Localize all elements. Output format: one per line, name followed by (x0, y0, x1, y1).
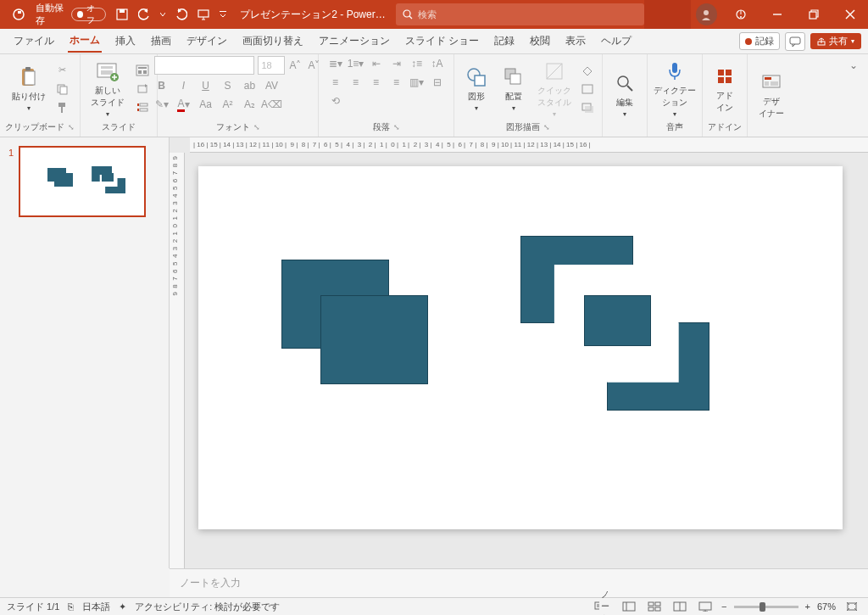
smartart-icon[interactable]: ⟲ (328, 93, 343, 109)
strike-icon[interactable]: S (220, 78, 236, 93)
addin-button[interactable]: アド イン (708, 63, 742, 115)
save-icon[interactable] (111, 0, 133, 29)
present-icon[interactable] (192, 0, 214, 29)
zoom-out-icon[interactable]: − (721, 601, 726, 612)
section-icon[interactable] (133, 99, 152, 116)
slide-thumbnail-1[interactable] (19, 146, 146, 217)
format-painter-icon[interactable] (53, 99, 71, 116)
tab-transitions[interactable]: 画面切り替え (241, 31, 305, 52)
underline-icon[interactable]: U (198, 78, 214, 93)
window-restore-icon[interactable] (795, 0, 832, 29)
sorter-view-icon[interactable] (645, 599, 664, 614)
zoom-level[interactable]: 67% (817, 601, 836, 612)
edit-button[interactable]: 編集▾ (608, 70, 642, 120)
shape-outline-icon[interactable] (578, 81, 597, 98)
shape-rect-front[interactable] (320, 295, 428, 384)
svg-rect-51 (718, 77, 724, 83)
slide-canvas[interactable] (198, 166, 843, 529)
tab-view[interactable]: 表示 (564, 31, 587, 52)
zoom-in-icon[interactable]: + (805, 601, 810, 612)
account-icon[interactable] (696, 3, 717, 25)
indent-inc-icon[interactable]: ⇥ (389, 56, 404, 71)
align-right-icon[interactable]: ≡ (369, 75, 384, 90)
align-justify-icon[interactable]: ≡ (389, 75, 404, 90)
tab-file[interactable]: ファイル (12, 31, 56, 52)
font-color-icon[interactable]: A▾ (176, 97, 192, 112)
tab-slideshow[interactable]: スライド ショー (403, 31, 481, 52)
zoom-slider[interactable] (734, 606, 798, 608)
tab-record[interactable]: 記録 (492, 31, 516, 52)
highlight-icon[interactable]: ✎▾ (154, 97, 170, 112)
change-case-icon[interactable]: Aa (198, 97, 214, 112)
slideshow-view-icon[interactable] (696, 599, 715, 614)
tab-home[interactable]: ホーム (68, 30, 102, 53)
tab-animations[interactable]: アニメーション (317, 31, 392, 52)
collapse-ribbon-icon[interactable]: ⌄ (846, 58, 861, 73)
tab-insert[interactable]: 挿入 (114, 31, 137, 52)
ribbon-mode-indicator (644, 0, 691, 29)
align-vert-icon[interactable]: ⊟ (430, 75, 445, 90)
app-icon[interactable] (7, 0, 31, 29)
reading-view-icon[interactable] (670, 599, 689, 614)
undo-menu-icon[interactable] (155, 0, 170, 29)
spacing-icon[interactable]: AV (264, 78, 280, 93)
shape-rect-mid[interactable] (584, 295, 651, 346)
bullets-icon[interactable]: ≣▾ (328, 56, 343, 71)
arrange-button[interactable]: 配置▾ (497, 64, 531, 114)
text-direction-icon[interactable]: ↕A (430, 56, 445, 71)
paste-button[interactable]: 貼り付け▾ (8, 64, 49, 114)
columns-icon[interactable]: ▥▾ (409, 75, 425, 90)
font-size-combo[interactable]: 18 (258, 56, 285, 75)
cut-icon[interactable]: ✂ (53, 62, 71, 79)
font-name-combo[interactable] (154, 56, 254, 75)
superscript-icon[interactable]: A² (220, 97, 236, 112)
redo-icon[interactable] (170, 0, 192, 29)
tab-help[interactable]: ヘルプ (599, 31, 633, 52)
tab-review[interactable]: 校閲 (528, 31, 552, 52)
svg-rect-50 (726, 70, 732, 75)
svg-point-11 (740, 16, 742, 18)
shape-effects-icon[interactable] (578, 99, 597, 116)
clear-format-icon[interactable]: A⌫ (264, 97, 280, 112)
shadow-icon[interactable]: ab (242, 78, 258, 93)
tab-draw[interactable]: 描画 (149, 31, 173, 52)
undo-icon[interactable] (133, 0, 155, 29)
status-language[interactable]: 日本語 (82, 601, 110, 613)
window-close-icon[interactable] (832, 0, 868, 29)
tab-design[interactable]: デザイン (185, 31, 229, 52)
new-slide-button[interactable]: 新しい スライド▾ (86, 58, 130, 120)
normal-view-icon[interactable] (620, 599, 638, 614)
notes-toggle[interactable]: ノート (594, 599, 613, 614)
designer-button[interactable]: デザ イナー (753, 69, 790, 121)
bold-icon[interactable]: B (154, 78, 170, 93)
access-mode-icon[interactable]: ⎘ (68, 601, 74, 612)
layout-icon[interactable] (133, 62, 152, 79)
autosave-toggle[interactable]: 自動保存 オフ (31, 0, 111, 29)
document-title: プレゼンテーション2 - Power… (240, 8, 385, 22)
dictation-button[interactable]: ディクテー ション▾ (653, 58, 697, 120)
search-input[interactable]: 検索 (396, 3, 644, 25)
shapes-button[interactable]: 図形▾ (459, 64, 493, 114)
subscript-icon[interactable]: A₂ (242, 97, 258, 112)
notes-pane[interactable]: ノートを入力 (170, 568, 868, 597)
align-center-icon[interactable]: ≡ (348, 75, 364, 90)
help-icon[interactable] (722, 0, 759, 29)
window-minimize-icon[interactable] (759, 0, 795, 29)
reset-icon[interactable] (133, 81, 152, 98)
line-spacing-icon[interactable]: ↕≡ (409, 56, 425, 71)
shape-fill-icon[interactable] (578, 62, 597, 79)
copy-icon[interactable] (53, 81, 71, 98)
comments-button[interactable] (785, 32, 805, 51)
quick-styles-button[interactable]: クイック スタイル▾ (534, 58, 575, 120)
grow-font-icon[interactable]: A˄ (288, 58, 303, 73)
fit-to-window-icon[interactable] (843, 599, 861, 614)
status-slide[interactable]: スライド 1/1 (7, 601, 59, 613)
numbering-icon[interactable]: 1≡▾ (348, 56, 364, 71)
align-left-icon[interactable]: ≡ (328, 75, 343, 90)
record-button[interactable]: 記録 (739, 32, 780, 50)
italic-icon[interactable]: I (176, 78, 192, 93)
indent-dec-icon[interactable]: ⇤ (369, 56, 384, 71)
qat-customize-icon[interactable] (214, 0, 231, 29)
status-accessibility[interactable]: アクセシビリティ: 検討が必要です (135, 601, 280, 613)
share-button[interactable]: 共有▾ (810, 33, 861, 49)
